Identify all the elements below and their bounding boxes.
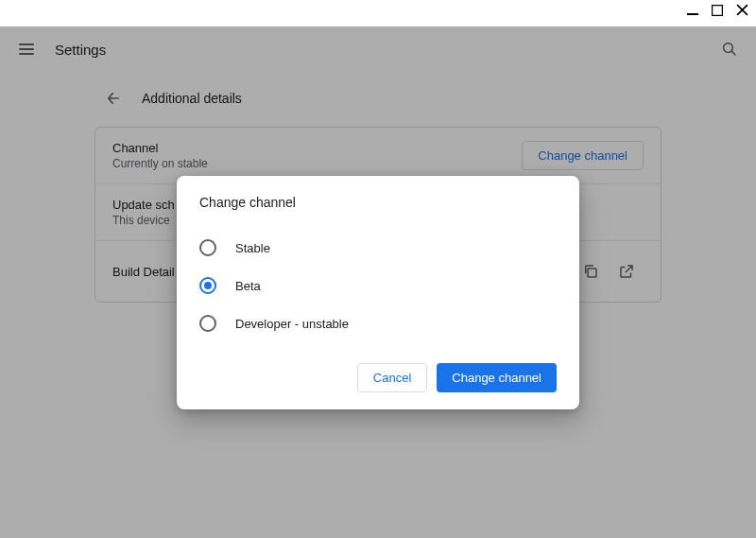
confirm-change-channel-button[interactable]: Change channel — [437, 363, 557, 392]
change-channel-dialog: Change channel Stable Beta Developer - u… — [177, 176, 579, 409]
radio-option-stable[interactable]: Stable — [199, 229, 557, 267]
radio-label: Beta — [235, 279, 261, 293]
maximize-icon[interactable] — [712, 5, 723, 16]
radio-icon — [199, 315, 216, 332]
radio-option-beta[interactable]: Beta — [199, 267, 557, 304]
svg-rect-1 — [713, 5, 723, 15]
radio-icon — [199, 277, 216, 294]
window-controls — [687, 4, 748, 16]
close-icon[interactable] — [736, 4, 748, 16]
radio-label: Developer - unstable — [235, 317, 349, 331]
radio-icon — [199, 239, 216, 256]
radio-label: Stable — [235, 241, 270, 255]
radio-option-developer[interactable]: Developer - unstable — [199, 304, 557, 342]
dialog-actions: Cancel Change channel — [199, 363, 557, 392]
svg-rect-0 — [687, 13, 698, 15]
cancel-button[interactable]: Cancel — [357, 363, 427, 392]
dialog-title: Change channel — [199, 195, 557, 210]
minimize-icon[interactable] — [687, 5, 698, 16]
